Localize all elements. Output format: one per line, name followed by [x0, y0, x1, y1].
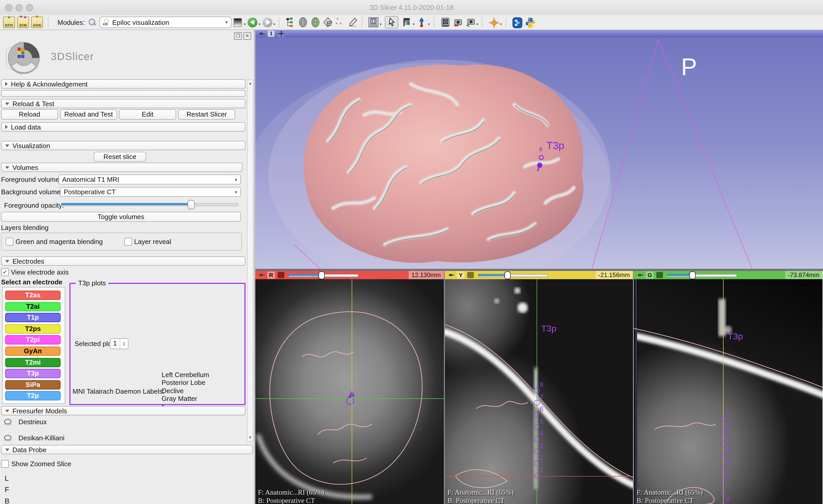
slice-menu-icon[interactable]	[467, 272, 474, 278]
layout-caret-icon[interactable]: ▾	[380, 22, 382, 26]
electrode-button-T3p[interactable]: T3p	[5, 369, 60, 378]
back-caret-icon[interactable]: ▾	[259, 22, 261, 26]
model-name: Destrieux	[18, 418, 47, 426]
model-row-desikan: Desikan-Killiani	[3, 435, 64, 444]
forward-caret-icon[interactable]: ▾	[274, 22, 275, 26]
visibility-eye-icon[interactable]	[3, 435, 12, 442]
close-panel-icon[interactable]: ✕	[243, 32, 251, 40]
crosshair-caret-icon[interactable]: ▾	[500, 22, 502, 26]
sceneview-caret-icon[interactable]: ▾	[477, 22, 478, 26]
subject-hierarchy-icon[interactable]	[286, 17, 296, 27]
reset-slice-views-button[interactable]: Reset slice views	[94, 152, 146, 162]
center-view-icon[interactable]	[278, 31, 284, 37]
green-slice-controller-bar[interactable]: G -73.874mm	[634, 271, 822, 279]
scroll-down-icon[interactable]: ▼	[248, 436, 253, 439]
foreground-opacity-slider[interactable]	[61, 200, 238, 208]
load-dicom-icon[interactable]: ▼▲ DCM	[17, 17, 29, 28]
section-visualization[interactable]: Visualization	[1, 141, 245, 150]
module-back-button[interactable]	[248, 17, 258, 27]
colors-caret-icon[interactable]: ▾	[413, 22, 415, 26]
electrode-button-T2mi[interactable]: T2mi	[5, 358, 60, 367]
yellow-slice-slider[interactable]	[478, 272, 548, 278]
module-forward-button[interactable]	[263, 17, 273, 27]
section-freesurfer-models[interactable]: Freesurfer Models	[1, 406, 245, 415]
reload-button-3[interactable]: Restart Slicer	[178, 109, 235, 120]
section-reload-test[interactable]: Reload & Test	[1, 99, 245, 108]
scene-view-capture-icon[interactable]	[453, 17, 463, 27]
place-markup-icon[interactable]	[417, 17, 427, 27]
history-caret-icon[interactable]: ▾	[244, 22, 246, 26]
electrode-button-SiPa[interactable]: SiPa	[5, 380, 60, 389]
green-slice-slider[interactable]	[667, 272, 737, 278]
red-slice-slider[interactable]	[289, 272, 358, 278]
models-wireframe-icon[interactable]	[298, 17, 308, 27]
annotation-pencil-icon[interactable]	[348, 17, 358, 27]
electrode-button-T2ai[interactable]: T2ai	[5, 302, 60, 311]
yellow-slice-image[interactable]: T3p 87654321 F: Anatomic...RI (65%) B: P…	[445, 279, 633, 504]
layout-selector-icon[interactable]	[368, 17, 379, 27]
section-volumes[interactable]: Volumes	[1, 163, 242, 172]
module-selector-combobox[interactable]: KM Epiloc visualization ▾	[100, 17, 231, 28]
screenshot-camera-icon[interactable]	[440, 17, 451, 27]
slice-view-red[interactable]: R 12.130mm	[255, 271, 444, 504]
red-slice-image[interactable]: F: Anatomic...RI (65%) B: Postoperative …	[255, 279, 444, 504]
scene-view-restore-icon[interactable]	[465, 17, 476, 27]
electrode-button-T1p[interactable]: T1p	[5, 313, 60, 322]
selected-plot-spinbox[interactable]: 1 ▲▼	[110, 338, 129, 349]
green-magenta-checkbox[interactable]	[6, 238, 13, 245]
module-history-icon[interactable]	[233, 18, 242, 27]
background-volume-combobox[interactable]: Postoperative CT ▾	[60, 187, 241, 197]
threeD-view-controller-bar[interactable]: 1	[255, 30, 823, 37]
threeD-view[interactable]: 8 T3p P	[255, 37, 823, 269]
reload-button-1[interactable]: Reload and Test	[60, 109, 117, 120]
markups-icon[interactable]: ***	[335, 17, 346, 27]
foreground-volume-combobox[interactable]: Anatomical T1 MRI ▾	[58, 175, 241, 184]
visibility-eye-icon[interactable]	[3, 418, 12, 426]
crosshair-icon[interactable]	[489, 17, 499, 27]
section-data-probe[interactable]: Data Probe	[1, 445, 253, 454]
place-caret-icon[interactable]: ▾	[428, 22, 430, 26]
slice-view-yellow[interactable]: Y -21.156mm	[445, 271, 633, 504]
module-search-icon[interactable]	[88, 18, 96, 26]
transforms-icon[interactable]	[323, 17, 333, 27]
view-layout: 1	[255, 30, 823, 504]
section-help-acknowledgement[interactable]: Help & Acknowledgement	[1, 79, 245, 89]
module-selector-value: Epiloc visualization	[112, 18, 223, 26]
python-console-icon[interactable]	[525, 17, 535, 27]
mouse-interaction-button[interactable]	[385, 16, 398, 28]
electrode-button-T2pi[interactable]: T2pi	[5, 335, 60, 345]
toggle-volumes-button[interactable]: Toggle volumes	[1, 212, 241, 222]
slice-view-green[interactable]: G -73.874mm	[634, 271, 822, 504]
reload-button-0[interactable]: Reload	[1, 109, 58, 120]
view-splitter[interactable]	[255, 269, 823, 271]
section-electrodes[interactable]: Electrodes	[1, 257, 245, 266]
electrode-button-GyAn[interactable]: GyAn	[5, 347, 60, 356]
load-data-icon[interactable]: ▲ DATA	[3, 17, 15, 28]
spin-down-icon[interactable]: ▼	[123, 344, 125, 346]
electrode-button-T2as[interactable]: T2as	[5, 291, 60, 300]
colors-icon[interactable]	[401, 17, 412, 27]
slice-row: R 12.130mm	[255, 271, 823, 504]
slice-menu-icon[interactable]	[278, 272, 284, 278]
extensions-manager-icon[interactable]	[512, 17, 523, 27]
segmentation-sphere-icon[interactable]	[311, 17, 321, 27]
scroll-up-icon[interactable]: ▲	[248, 81, 253, 85]
electrode-button-T2ps[interactable]: T2ps	[5, 324, 60, 334]
section-load-data[interactable]: Load data	[1, 122, 245, 132]
pin-icon[interactable]	[638, 273, 643, 278]
electrode-button-T2p[interactable]: T2p	[5, 391, 60, 401]
pin-icon[interactable]	[260, 273, 265, 278]
pin-icon[interactable]	[260, 31, 265, 36]
red-slice-controller-bar[interactable]: R 12.130mm	[255, 271, 444, 279]
show-zoomed-slice-checkbox[interactable]	[1, 460, 9, 468]
layer-reveal-checkbox[interactable]	[124, 238, 132, 245]
slice-menu-icon[interactable]	[656, 272, 663, 278]
reload-button-2[interactable]: Edit	[119, 109, 176, 120]
green-slice-image[interactable]: T3p 12345678 F: Anatomic...RI (65%) B: P…	[634, 279, 822, 504]
undock-panel-icon[interactable]: ❐	[234, 32, 242, 40]
save-icon[interactable]: ▼ SAVE	[31, 17, 43, 28]
pin-icon[interactable]	[449, 273, 454, 278]
yellow-slice-controller-bar[interactable]: Y -21.156mm	[445, 271, 633, 279]
view-electrode-axis-checkbox[interactable]: ✓	[1, 268, 9, 276]
panel-scrollbar[interactable]: ▲ ▼	[247, 79, 253, 442]
